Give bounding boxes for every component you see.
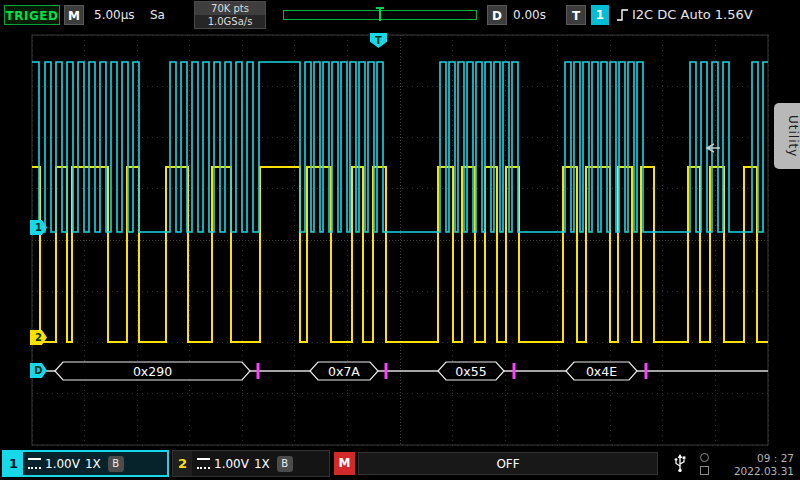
record-position-bar[interactable] (283, 10, 477, 20)
waveform-screen: 0x2900x7A0x550x4E T 1 2 D Utility (0, 30, 800, 448)
channel1-bandwidth-badge: B (108, 456, 124, 472)
clock-icon (700, 453, 709, 462)
status-bar: TRIGED M 5.00µs Sa 70K pts 1.0GSa/s D 0.… (0, 0, 800, 30)
trigger-settings-readout: I2C DC Auto 1.56V (632, 5, 753, 25)
channel2-scale: 1.00V (214, 457, 249, 471)
svg-text:0x55: 0x55 (455, 364, 486, 379)
utility-tab[interactable]: Utility (774, 103, 800, 169)
oscilloscope-ui: TRIGED M 5.00µs Sa 70K pts 1.0GSa/s D 0.… (0, 0, 800, 480)
channel1-scale: 1.00V (45, 457, 80, 471)
calendar-icon (700, 466, 709, 475)
svg-text:0x4E: 0x4E (586, 364, 617, 379)
channel-bar: 1 1.00V 1X B 2 1.00V 1X B M OFF (0, 448, 800, 480)
channel2-probe: 1X (254, 457, 270, 471)
delay-menu-button[interactable]: D (487, 5, 507, 25)
svg-text:0x7A: 0x7A (328, 364, 360, 379)
channel1-info-box[interactable]: 1 1.00V 1X B (2, 450, 169, 477)
trigger-edge-icon (616, 7, 629, 27)
dc-coupling-icon (28, 458, 41, 469)
math-status-box[interactable]: OFF (358, 452, 658, 475)
trigger-source-badge: 1 (591, 5, 609, 25)
record-trigger-position-icon[interactable] (376, 7, 384, 21)
dc-coupling-icon (197, 458, 210, 469)
channel1-number-badge: 1 (4, 452, 23, 475)
trigger-status-badge: TRIGED (4, 5, 60, 25)
channel2-bandwidth-badge: B (277, 456, 293, 472)
usb-icon (672, 453, 688, 477)
channel2-info-box[interactable]: 2 1.00V 1X B (172, 450, 330, 477)
memory-readout: 70K pts 1.0GSa/s (194, 1, 266, 29)
waveform-display: 0x2900x7A0x550x4E (0, 30, 800, 448)
time-readout: 09 : 27 (713, 452, 794, 464)
acquire-mode-label: Sa (150, 5, 165, 25)
svg-text:0x290: 0x290 (133, 364, 172, 379)
sample-rate: 1.0GSa/s (195, 15, 265, 28)
clock-block: 09 : 27 2022.03.31 (700, 451, 794, 477)
trigger-delay-readout: 0.00s (513, 5, 546, 25)
date-readout: 2022.03.31 (713, 465, 794, 477)
channel1-probe: 1X (85, 457, 101, 471)
channel2-number-badge: 2 (173, 451, 192, 476)
timebase-readout: 5.00µs (94, 5, 135, 25)
memory-depth: 70K pts (195, 2, 265, 15)
horizontal-menu-button[interactable]: M (64, 5, 84, 25)
math-channel-button[interactable]: M (334, 452, 355, 475)
trigger-menu-button[interactable]: T (566, 5, 586, 25)
